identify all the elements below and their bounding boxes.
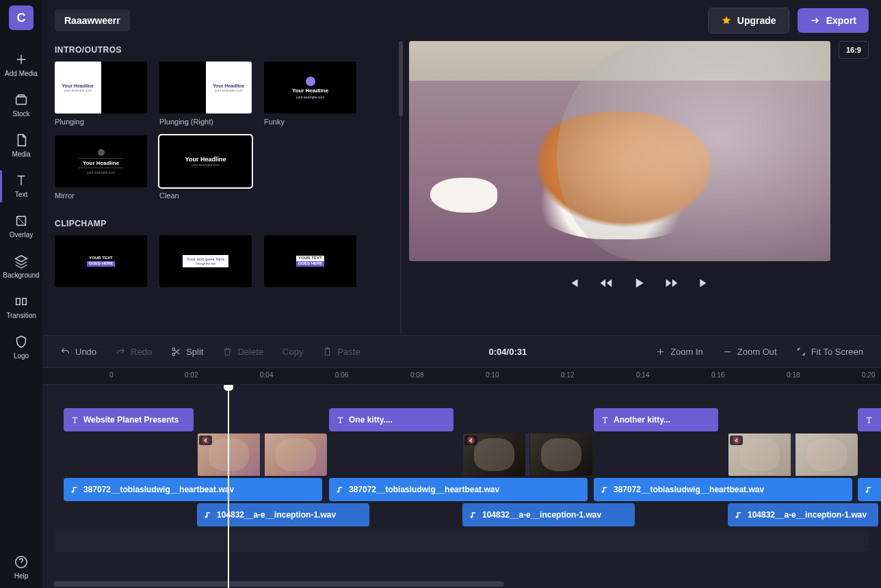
template-label: Plunging (Right)	[159, 118, 252, 126]
timeline-ruler[interactable]: 00:020:040:060:080:100:120:140:160:180:2…	[42, 367, 881, 385]
sidebar-item-media[interactable]: Media	[0, 126, 42, 166]
export-label: Export	[826, 15, 856, 26]
audio-clip[interactable]: 104832__a-e__inception-1.wav	[462, 503, 635, 526]
rewind-button[interactable]	[599, 276, 613, 290]
audio-track-2[interactable]: 104832__a-e__inception-1.wav104832__a-e_…	[53, 503, 881, 526]
audio-clip[interactable]: 104832__a-e__inception-1.wav	[728, 503, 878, 526]
svg-point-7	[172, 353, 175, 356]
text-icon	[14, 173, 29, 188]
aspect-ratio-button[interactable]: 16:9	[839, 41, 869, 59]
audio-clip[interactable]	[858, 478, 881, 501]
forward-button[interactable]	[665, 276, 679, 290]
split-button[interactable]: Split	[163, 343, 211, 361]
upgrade-button[interactable]: Upgrade	[708, 8, 789, 34]
text-clip[interactable]: Website Planet Presents	[64, 408, 194, 431]
fit-to-screen-button[interactable]: Fit To Screen	[788, 343, 871, 361]
svg-rect-0	[16, 96, 27, 104]
sidebar-item-background[interactable]: Background	[0, 247, 42, 287]
sidebar-item-stock[interactable]: Stock	[0, 85, 42, 126]
template-cc-3[interactable]: YOUR TEXTGOES HERE	[264, 235, 356, 287]
sidebar-label: Logo	[14, 352, 29, 360]
audio-clip[interactable]: 104832__a-e__inception-1.wav	[197, 503, 369, 526]
plus-icon	[14, 52, 29, 67]
template-clean[interactable]: Your Headlineyour-example.com Clean	[159, 135, 252, 200]
template-cc-1[interactable]: YOUR TEXTGOES HERE	[55, 235, 147, 287]
template-cc-2[interactable]: Your text goes hereChange this text	[159, 235, 252, 287]
template-label: Mirror	[55, 191, 147, 200]
sidebar-label: Add Media	[5, 70, 38, 77]
template-plunging[interactable]: Your Headlineyour-example.com Plunging	[55, 62, 147, 126]
project-title[interactable]: Raaawweerr	[55, 10, 130, 31]
sidebar: C Add Media Stock Media Text Overlay Bac…	[0, 0, 42, 588]
ruler-tick: 0	[109, 371, 114, 379]
text-clip[interactable]: One kitty....	[329, 408, 453, 431]
svg-rect-1	[18, 95, 24, 97]
topbar: Raaawweerr Upgrade Export	[42, 0, 881, 41]
video-clip[interactable]: 🔇	[462, 433, 592, 476]
audio-clip[interactable]: 387072__tobiasludwig__heartbeat.wav	[594, 478, 852, 501]
app-logo[interactable]: C	[9, 5, 34, 30]
paste-button[interactable]: Paste	[314, 343, 368, 361]
ruler-tick: 0:14	[636, 371, 649, 379]
timeline-body[interactable]: Website Planet PresentsOne kitty....Anot…	[42, 385, 881, 588]
template-label: Funky	[264, 118, 356, 126]
video-track[interactable]: 🔇🔇🔇	[53, 433, 881, 476]
file-icon	[14, 133, 29, 148]
preview-panel: 16:9	[409, 41, 881, 335]
transition-icon	[14, 294, 29, 309]
zoom-out-button[interactable]: Zoom Out	[714, 343, 785, 361]
template-mirror[interactable]: Your Headlineyour-example.com Mirror	[55, 135, 147, 200]
skip-end-button[interactable]	[698, 276, 711, 290]
ruler-tick: 0:20	[862, 371, 875, 379]
redo-button[interactable]: Redo	[107, 343, 160, 361]
skip-start-button[interactable]	[566, 276, 580, 290]
template-funky[interactable]: Your Headlineyour-example.com Funky	[264, 62, 356, 126]
timeline-toolbar: Undo Redo Split Delete Copy Paste 0:04/0…	[42, 336, 881, 367]
delete-button[interactable]: Delete	[214, 343, 272, 361]
section-title-intros: INTRO/OUTROS	[55, 45, 404, 55]
copy-button[interactable]: Copy	[274, 343, 311, 361]
text-clip[interactable]: Another kitty...	[594, 408, 718, 431]
mute-icon: 🔇	[199, 436, 212, 445]
timeline-scrollbar[interactable]	[53, 581, 873, 587]
shield-icon	[14, 334, 29, 349]
zoom-in-button[interactable]: Zoom In	[647, 343, 711, 361]
ruler-tick: 0:16	[711, 371, 724, 379]
sidebar-item-overlay[interactable]: Overlay	[0, 206, 42, 247]
sidebar-item-text[interactable]: Text	[0, 166, 42, 206]
ruler-tick: 0:02	[185, 371, 198, 379]
video-clip[interactable]: 🔇	[197, 433, 327, 476]
mute-icon: 🔇	[464, 436, 477, 445]
sidebar-label: Stock	[12, 110, 29, 118]
upgrade-label: Upgrade	[737, 15, 776, 26]
player-controls	[409, 261, 869, 297]
text-track[interactable]: Website Planet PresentsOne kitty....Anot…	[53, 408, 881, 431]
sidebar-item-help[interactable]: Help	[0, 548, 42, 588]
sidebar-label: Transition	[6, 312, 36, 319]
arrow-right-icon	[810, 15, 821, 26]
sidebar-label: Text	[15, 191, 27, 198]
svg-rect-4	[23, 298, 27, 304]
play-button[interactable]	[632, 276, 646, 290]
svg-rect-3	[16, 298, 21, 304]
library-scrollbar[interactable]	[396, 41, 404, 335]
playhead[interactable]	[228, 385, 229, 588]
export-button[interactable]: Export	[798, 8, 869, 33]
audio-clip[interactable]: 387072__tobiasludwig__heartbeat.wav	[64, 478, 322, 501]
sidebar-item-logo[interactable]: Logo	[0, 328, 42, 368]
video-preview[interactable]	[409, 41, 830, 261]
sidebar-label: Media	[12, 150, 30, 158]
template-plunging-right[interactable]: Your Headlineyour-example.com Plunging (…	[159, 62, 252, 126]
ruler-tick: 0:06	[335, 371, 348, 379]
video-clip[interactable]: 🔇	[728, 433, 858, 476]
star-icon	[721, 15, 732, 26]
undo-button[interactable]: Undo	[52, 343, 105, 361]
audio-clip[interactable]: 387072__tobiasludwig__heartbeat.wav	[329, 478, 588, 501]
timecode: 0:04/0:31	[489, 347, 527, 357]
sidebar-item-transition[interactable]: Transition	[0, 287, 42, 328]
text-clip[interactable]	[858, 408, 881, 431]
sidebar-label: Help	[14, 572, 29, 580]
empty-track[interactable]	[53, 529, 881, 552]
sidebar-item-add-media[interactable]: Add Media	[0, 45, 42, 85]
audio-track-1[interactable]: 387072__tobiasludwig__heartbeat.wav38707…	[53, 478, 881, 501]
